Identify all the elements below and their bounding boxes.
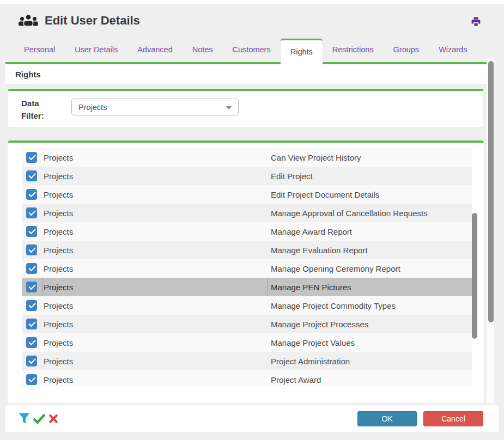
row-right-label: Can View Project History bbox=[271, 153, 361, 162]
row-right-label: Manage Opening Ceremony Report bbox=[271, 264, 400, 273]
row-module-label: Projects bbox=[44, 227, 73, 236]
tab-wizards[interactable]: Wizards bbox=[429, 37, 477, 62]
checkbox-checked[interactable] bbox=[26, 319, 37, 329]
table-row[interactable]: Projects Project Administration bbox=[22, 352, 472, 370]
row-right-cell: Can View Project History bbox=[268, 153, 472, 162]
row-module-cell: Projects bbox=[42, 259, 268, 278]
data-filter-label: Data Filter: bbox=[21, 97, 58, 122]
table-row[interactable]: Projects Project Award bbox=[22, 370, 472, 387]
row-right-cell: Manage Evaluation Report bbox=[268, 246, 472, 255]
data-filter-select[interactable]: Projects bbox=[71, 99, 239, 115]
row-checkbox-cell bbox=[22, 148, 42, 167]
row-module-label: Projects bbox=[44, 153, 73, 162]
row-module-cell: Projects bbox=[42, 222, 268, 241]
row-module-cell: Projects bbox=[42, 352, 268, 370]
checkbox-checked[interactable] bbox=[26, 226, 37, 237]
page-title: Edit User Details bbox=[45, 14, 140, 28]
row-right-cell: Edit Project Document Details bbox=[268, 190, 472, 199]
tab-groups[interactable]: Groups bbox=[384, 37, 429, 62]
row-right-label: Manage Evaluation Report bbox=[271, 246, 368, 255]
checkbox-checked[interactable] bbox=[26, 189, 37, 200]
row-right-cell: Manage Project Commodity Types bbox=[268, 301, 472, 310]
data-filter-panel: Data Filter: Projects bbox=[8, 89, 484, 128]
row-module-cell: Projects bbox=[42, 370, 268, 387]
row-right-label: Project Administration bbox=[271, 357, 350, 366]
tab-user-details[interactable]: User Details bbox=[65, 37, 127, 62]
row-checkbox-cell bbox=[22, 278, 42, 296]
table-row[interactable]: Projects Manage Evaluation Report bbox=[22, 241, 472, 259]
checkbox-checked[interactable] bbox=[26, 245, 37, 255]
table-row[interactable]: Projects Edit Project Document Details bbox=[22, 185, 472, 204]
row-module-label: Projects bbox=[44, 375, 73, 384]
section-title: Rights bbox=[15, 70, 41, 79]
row-right-cell: Manage Project Values bbox=[268, 338, 472, 347]
footer-icons bbox=[19, 412, 58, 425]
row-right-label: Manage Project Values bbox=[271, 338, 355, 347]
table-row[interactable]: Projects Manage Project Values bbox=[22, 333, 472, 352]
clear-icon[interactable] bbox=[48, 414, 58, 424]
row-right-cell: Manage Opening Ceremony Report bbox=[268, 264, 472, 273]
grid-scrollbar-thumb[interactable] bbox=[472, 213, 477, 339]
table-row[interactable]: Projects Manage Approval of Cancellation… bbox=[22, 204, 472, 222]
top-strip bbox=[0, 0, 504, 4]
filter-icon[interactable] bbox=[19, 412, 30, 425]
checkbox-checked[interactable] bbox=[26, 356, 37, 366]
row-module-cell: Projects bbox=[42, 315, 268, 333]
row-module-cell: Projects bbox=[42, 296, 268, 315]
row-right-label: Manage Project Commodity Types bbox=[271, 301, 396, 310]
row-checkbox-cell bbox=[22, 315, 42, 333]
ok-button[interactable]: OK bbox=[357, 411, 417, 426]
table-row[interactable]: Projects Edit Project bbox=[22, 167, 472, 185]
row-module-cell: Projects bbox=[42, 185, 268, 204]
tab-customers[interactable]: Customers bbox=[223, 37, 281, 62]
table-row[interactable]: Projects Manage Award Report bbox=[22, 222, 472, 241]
table-row[interactable]: Projects Manage Project Processes bbox=[22, 315, 472, 333]
tab-advanced[interactable]: Advanced bbox=[127, 37, 183, 62]
rights-grid-panel: Projects Can View Project History Projec… bbox=[8, 140, 484, 403]
row-checkbox-cell bbox=[22, 241, 42, 259]
tab-notes[interactable]: Notes bbox=[183, 37, 223, 62]
tab-restrictions[interactable]: Restrictions bbox=[323, 37, 384, 62]
row-module-label: Projects bbox=[44, 190, 73, 199]
page-scrollbar-thumb[interactable] bbox=[488, 61, 494, 322]
checkbox-checked[interactable] bbox=[26, 152, 37, 163]
row-module-label: Projects bbox=[44, 209, 73, 218]
row-right-label: Edit Project Document Details bbox=[271, 190, 379, 199]
row-module-label: Projects bbox=[44, 301, 73, 310]
data-filter-value: Projects bbox=[78, 103, 107, 112]
edit-user-details-dialog: Edit User Details Personal User Details … bbox=[0, 0, 504, 440]
cancel-button[interactable]: Cancel bbox=[423, 411, 483, 426]
checkbox-checked[interactable] bbox=[26, 263, 37, 274]
checkbox-checked[interactable] bbox=[26, 337, 37, 348]
row-module-cell: Projects bbox=[42, 333, 268, 352]
row-checkbox-cell bbox=[22, 296, 42, 315]
row-right-cell: Manage Project Processes bbox=[268, 320, 472, 329]
checkbox-checked[interactable] bbox=[26, 282, 37, 292]
row-module-label: Projects bbox=[44, 283, 73, 292]
table-row[interactable]: Projects Can View Project History bbox=[22, 148, 472, 167]
table-row[interactable]: Projects Manage Opening Ceremony Report bbox=[22, 259, 472, 278]
row-module-label: Projects bbox=[44, 246, 73, 255]
row-right-label: Manage PEN Pictures bbox=[271, 283, 351, 292]
row-module-label: Projects bbox=[44, 357, 73, 366]
checkbox-checked[interactable] bbox=[26, 300, 37, 311]
row-checkbox-cell bbox=[22, 204, 42, 222]
row-module-cell: Projects bbox=[42, 148, 268, 167]
row-right-cell: Manage PEN Pictures bbox=[268, 283, 472, 292]
checkbox-checked[interactable] bbox=[26, 170, 37, 181]
row-checkbox-cell bbox=[22, 222, 42, 241]
print-icon[interactable] bbox=[469, 15, 482, 28]
table-row[interactable]: Projects Manage Project Commodity Types bbox=[22, 296, 472, 315]
rights-grid: Projects Can View Project History Projec… bbox=[22, 148, 472, 387]
row-module-cell: Projects bbox=[42, 167, 268, 185]
dialog-header: Edit User Details bbox=[5, 4, 499, 37]
checkbox-checked[interactable] bbox=[26, 374, 37, 385]
tab-rights[interactable]: Rights bbox=[281, 39, 323, 64]
row-right-cell: Project Award bbox=[268, 375, 472, 384]
checkbox-checked[interactable] bbox=[26, 207, 37, 218]
chevron-down-icon bbox=[226, 106, 232, 109]
tab-personal[interactable]: Personal bbox=[14, 37, 65, 62]
row-right-label: Project Award bbox=[271, 375, 321, 384]
table-row[interactable]: Projects Manage PEN Pictures bbox=[22, 278, 472, 296]
confirm-icon[interactable] bbox=[33, 413, 46, 424]
